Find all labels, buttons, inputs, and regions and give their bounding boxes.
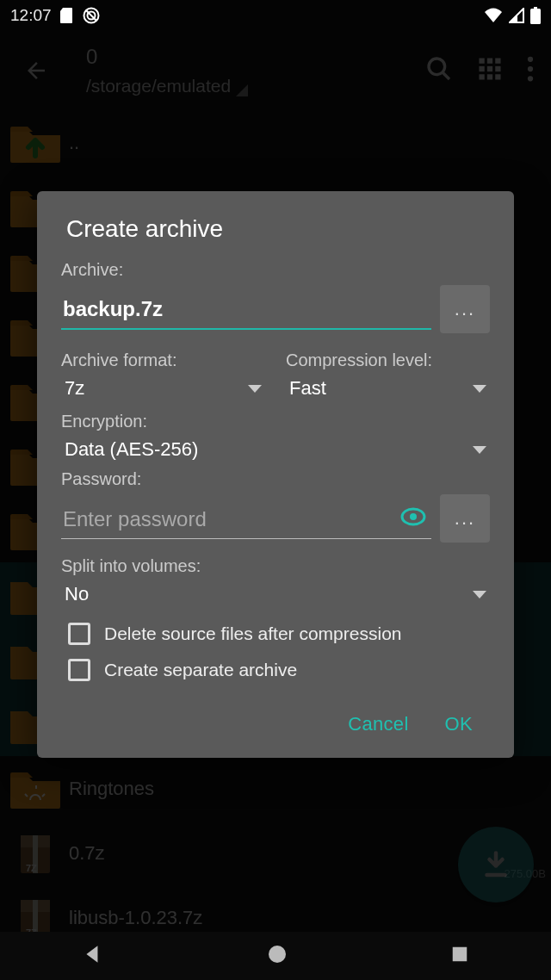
split-select[interactable]: No: [61, 576, 490, 609]
delete-source-label: Delete source files after compression: [104, 623, 402, 644]
chevron-down-icon: [473, 385, 486, 393]
checkbox-icon: [68, 659, 90, 681]
chevron-down-icon: [248, 385, 262, 393]
sd-card-icon: [60, 8, 74, 23]
ok-button[interactable]: OK: [445, 713, 473, 735]
svg-rect-34: [453, 947, 467, 962]
nav-back-button[interactable]: [82, 943, 104, 969]
separate-archive-label: Create separate archive: [104, 660, 297, 680]
split-value: No: [65, 583, 89, 605]
level-label: Compression level:: [286, 350, 490, 370]
level-select[interactable]: Fast: [286, 370, 490, 403]
status-time: 12:07: [10, 6, 52, 25]
create-archive-dialog: Create archive Archive: ... Archive form…: [37, 191, 514, 758]
cancel-button[interactable]: Cancel: [348, 713, 408, 735]
encryption-value: Data (AES-256): [65, 438, 198, 461]
split-label: Split into volumes:: [61, 556, 490, 576]
separate-archive-checkbox-row[interactable]: Create separate archive: [61, 659, 490, 681]
encryption-select[interactable]: Data (AES-256): [61, 431, 490, 464]
archive-name-input[interactable]: [61, 288, 431, 330]
svg-point-32: [410, 513, 417, 520]
nav-recent-button[interactable]: [450, 945, 469, 967]
browse-path-button[interactable]: ...: [440, 285, 490, 333]
delete-source-checkbox-row[interactable]: Delete source files after compression: [61, 623, 490, 645]
dialog-title: Create archive: [61, 215, 490, 243]
wifi-icon: [484, 8, 503, 23]
level-value: Fast: [289, 377, 326, 400]
nav-bar: [0, 932, 551, 980]
show-password-button[interactable]: [400, 507, 426, 530]
svg-rect-4: [534, 7, 537, 9]
svg-point-33: [269, 946, 286, 963]
password-label: Password:: [61, 469, 490, 489]
signal-icon: [509, 8, 524, 23]
encryption-label: Encryption:: [61, 412, 490, 431]
format-select[interactable]: 7z: [61, 370, 265, 403]
format-value: 7z: [65, 377, 84, 400]
password-input[interactable]: [61, 499, 431, 539]
battery-icon: [530, 7, 541, 24]
dnd-icon: [83, 7, 100, 24]
chevron-down-icon: [473, 591, 486, 599]
nav-home-button[interactable]: [267, 944, 288, 968]
svg-rect-3: [530, 9, 541, 24]
status-bar: 12:07: [0, 0, 551, 31]
chevron-down-icon: [473, 446, 486, 454]
archive-label: Archive:: [61, 260, 490, 280]
format-label: Archive format:: [61, 350, 265, 370]
password-more-button[interactable]: ...: [440, 494, 490, 543]
checkbox-icon: [68, 623, 90, 645]
